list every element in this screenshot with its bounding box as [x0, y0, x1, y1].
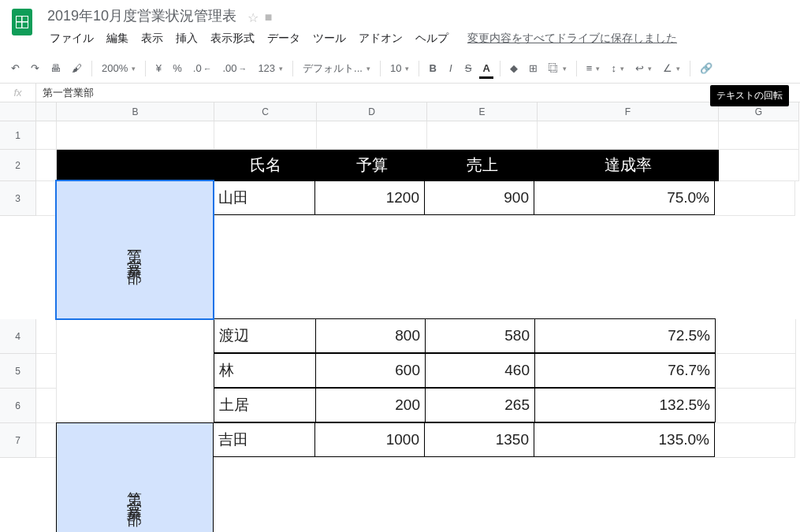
row-header[interactable]: 3 — [0, 181, 36, 216]
cell[interactable] — [36, 150, 57, 181]
link-button[interactable]: 🔗 — [695, 59, 717, 77]
col-header[interactable]: E — [427, 102, 538, 121]
cell-name[interactable]: 山田 — [213, 180, 315, 215]
menu-view[interactable]: 表示 — [136, 28, 169, 49]
menu-data[interactable]: データ — [262, 28, 306, 49]
menu-addons[interactable]: アドオン — [353, 28, 408, 49]
header-cell[interactable]: 氏名 — [214, 150, 317, 181]
row-header[interactable]: 1 — [0, 121, 36, 150]
cell[interactable] — [36, 319, 57, 354]
formula-input[interactable]: 第一営業部 — [36, 86, 100, 100]
cell[interactable] — [716, 319, 796, 354]
cell[interactable] — [715, 423, 795, 458]
cell[interactable] — [538, 121, 719, 150]
menu-help[interactable]: ヘルプ — [410, 28, 454, 49]
menu-file[interactable]: ファイル — [44, 28, 99, 49]
cell-sales[interactable]: 460 — [425, 353, 535, 388]
menu-tools[interactable]: ツール — [307, 28, 352, 49]
menu-insert[interactable]: 挿入 — [170, 28, 203, 49]
header-cell[interactable]: 売上 — [427, 150, 538, 181]
header-cell[interactable]: 予算 — [317, 150, 427, 181]
star-icon[interactable]: ☆ — [247, 10, 259, 25]
cell[interactable] — [36, 181, 57, 216]
cell[interactable] — [57, 150, 214, 181]
cell-sales[interactable]: 900 — [424, 180, 534, 215]
col-header[interactable]: D — [317, 102, 427, 121]
row-header[interactable]: 5 — [0, 354, 36, 389]
row-header[interactable]: 6 — [0, 389, 36, 423]
cell-budget[interactable]: 200 — [315, 388, 426, 422]
more-formats-button[interactable]: 123 — [253, 59, 288, 77]
cell[interactable] — [36, 354, 57, 389]
cell[interactable] — [214, 121, 317, 150]
paint-format-button[interactable]: 🖌 — [67, 59, 87, 77]
zoom-select[interactable]: 200% — [97, 59, 140, 77]
sheets-logo[interactable] — [6, 6, 38, 38]
cell-name[interactable]: 林 — [214, 353, 316, 388]
text-color-button[interactable]: A — [478, 59, 494, 77]
cell[interactable] — [36, 121, 57, 150]
col-header[interactable]: F — [538, 102, 719, 121]
cell-sales[interactable]: 1350 — [424, 422, 534, 457]
col-header[interactable]: B — [57, 102, 214, 121]
row-header[interactable]: 2 — [0, 150, 36, 181]
cell[interactable] — [57, 121, 214, 150]
fx-label: fx — [0, 84, 36, 102]
menu-format[interactable]: 表示形式 — [205, 28, 260, 49]
cell[interactable] — [719, 121, 799, 150]
cell-sales[interactable]: 265 — [425, 388, 535, 422]
cell[interactable] — [36, 423, 57, 458]
col-header[interactable] — [36, 102, 57, 121]
bold-button[interactable]: B — [424, 59, 441, 77]
redo-button[interactable]: ↷ — [26, 59, 44, 77]
row-header[interactable]: 7 — [0, 423, 36, 458]
save-status[interactable]: 変更内容をすべてドライブに保存しました — [462, 28, 683, 49]
borders-button[interactable]: ⊞ — [524, 59, 542, 77]
cell-name[interactable]: 吉田 — [213, 422, 315, 457]
cell[interactable] — [317, 121, 427, 150]
cell-rate[interactable]: 72.5% — [534, 318, 716, 353]
merged-cell-group2[interactable]: 第二営業部 — [56, 422, 214, 532]
cell[interactable] — [719, 150, 799, 181]
fill-color-button[interactable]: ◆ — [505, 59, 523, 77]
cell-budget[interactable]: 1200 — [314, 180, 425, 215]
undo-button[interactable]: ↶ — [6, 59, 24, 77]
cell-rate[interactable]: 135.0% — [534, 422, 715, 457]
wrap-button[interactable]: ↩ — [631, 59, 657, 77]
decrease-decimal-button[interactable]: .0← — [188, 59, 217, 77]
merge-button[interactable]: ⿻ — [544, 59, 571, 77]
percent-button[interactable]: % — [168, 59, 187, 77]
cell-name[interactable]: 土居 — [214, 388, 316, 422]
merged-cell-group1[interactable]: 第一営業部 — [56, 180, 214, 319]
cell-budget[interactable]: 600 — [315, 353, 426, 388]
cell-budget[interactable]: 800 — [315, 318, 426, 353]
cell-rate[interactable]: 132.5% — [534, 388, 716, 422]
rotate-button[interactable]: ∠ — [658, 59, 685, 77]
print-button[interactable]: 🖶 — [46, 59, 65, 77]
select-all-corner[interactable] — [0, 102, 36, 121]
row-header[interactable]: 4 — [0, 319, 36, 354]
strike-button[interactable]: S — [460, 59, 477, 77]
italic-button[interactable]: I — [443, 59, 459, 77]
currency-button[interactable]: ¥ — [151, 59, 166, 77]
valign-button[interactable]: ↕ — [606, 59, 629, 77]
cell[interactable] — [36, 389, 57, 423]
halign-button[interactable]: ≡ — [582, 59, 605, 77]
menu-edit[interactable]: 編集 — [101, 28, 134, 49]
cell-name[interactable]: 渡辺 — [214, 318, 316, 353]
cell-rate[interactable]: 76.7% — [534, 353, 716, 388]
col-header[interactable]: C — [214, 102, 317, 121]
fontsize-select[interactable]: 10 — [385, 59, 414, 77]
cell-budget[interactable]: 1000 — [314, 422, 425, 457]
doc-title[interactable]: 2019年10月度営業状況管理表 — [44, 6, 240, 25]
header-cell[interactable]: 達成率 — [538, 150, 719, 181]
folder-icon[interactable]: ■ — [265, 10, 273, 25]
cell[interactable] — [427, 121, 538, 150]
cell[interactable] — [716, 354, 796, 389]
font-select[interactable]: デフォルト... — [298, 58, 375, 79]
cell[interactable] — [715, 181, 795, 216]
cell-sales[interactable]: 580 — [425, 318, 535, 353]
cell-rate[interactable]: 75.0% — [534, 180, 715, 215]
increase-decimal-button[interactable]: .00→ — [218, 59, 251, 77]
cell[interactable] — [716, 389, 796, 423]
